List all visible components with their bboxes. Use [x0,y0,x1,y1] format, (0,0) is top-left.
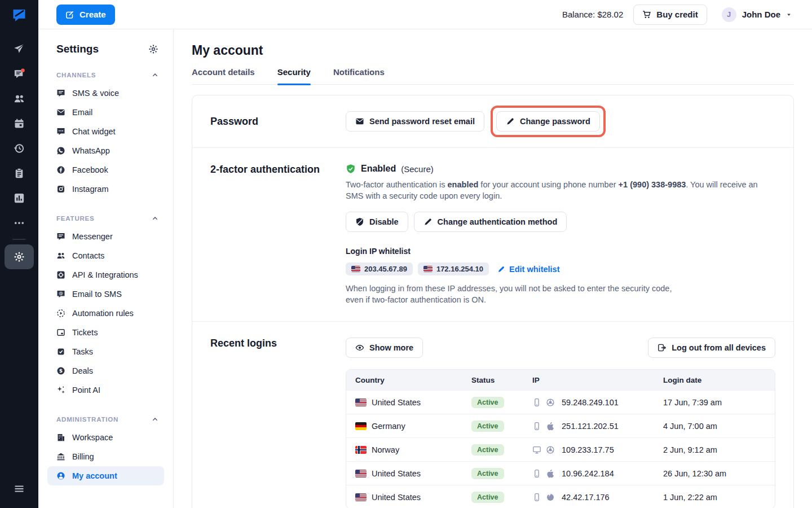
sidebar-item-label: Automation rules [72,309,134,318]
login-date: 1 Jun, 2:22 am [654,493,775,502]
country-cell: United States [346,493,462,502]
mobile-device-icon [532,398,541,407]
sidebar-item-tickets[interactable]: Tickets [38,323,173,342]
sidebar-item-deals[interactable]: Deals [38,361,173,380]
annotation-highlight-box: Change password [491,106,606,137]
sidebar-item-my-account[interactable]: My account [47,466,164,485]
tab-account-details[interactable]: Account details [192,67,255,84]
sidebar-item-messenger[interactable]: Messenger [38,227,173,246]
create-button[interactable]: Create [56,5,115,25]
sidebar-item-whatsapp[interactable]: WhatsApp [38,141,173,160]
tab-security[interactable]: Security [277,67,311,84]
settings-rail-button[interactable] [5,244,34,269]
ip-cell: 59.248.249.101 [523,398,654,407]
sidebar-item-contacts[interactable]: Contacts [38,246,173,265]
status-cell: Active [462,397,523,408]
settings-gear-icon[interactable] [148,44,158,54]
more-rail-button[interactable] [7,211,32,235]
hamburger-icon [14,483,25,494]
section-header-label: FEATURES [56,215,95,222]
contacts-rail-button[interactable] [7,86,32,111]
mobile-device-icon [532,493,541,502]
send-password-reset-button[interactable]: Send password reset email [346,111,484,132]
ellipsis-icon [14,217,25,229]
section-header-administration[interactable]: ADMINISTRATION [38,416,173,423]
twofa-description: Two-factor authentication is enabled for… [346,179,775,202]
conversations-rail-button[interactable] [7,62,32,86]
change-password-button[interactable]: Change password [496,111,600,132]
login-date: 26 Jun, 12:30 am [654,469,775,478]
analytics-rail-button[interactable] [7,186,32,211]
country-name: United States [372,493,421,502]
api-integrations-icon [56,270,65,279]
contacts-icon [56,251,65,260]
chevron-up-icon [152,416,158,423]
calendar-rail-button[interactable] [7,111,32,136]
sidebar-item-point-ai[interactable]: Point AI [38,380,173,400]
login-date: 2 Jun, 9:12 am [654,445,775,454]
sidebar-items-features: MessengerContactsAPI & IntegrationsEmail… [38,227,173,400]
pencil-icon [497,265,505,273]
sidebar-item-email[interactable]: Email [38,103,173,122]
app-logo-icon[interactable] [11,7,27,23]
tasks-icon [56,347,65,356]
email-icon [56,108,65,117]
deals-icon [56,366,65,375]
sidebar-item-label: Email [72,108,92,117]
collapse-menu-button[interactable] [7,476,32,501]
show-more-button[interactable]: Show more [346,338,423,358]
edit-whitelist-link[interactable]: Edit whitelist [497,265,559,274]
sidebar-item-workspace[interactable]: Workspace [38,428,173,447]
sidebar-item-billing[interactable]: Billing [38,447,173,466]
history-rail-button[interactable] [7,136,32,161]
sidebar-item-chat-widget[interactable]: Chat widget [38,122,173,141]
us-flag-icon [355,470,367,478]
gear-icon [14,251,25,262]
ip-address: 109.233.17.75 [562,445,614,454]
sidebar-item-api-integrations[interactable]: API & Integrations [38,265,173,284]
no-flag-icon [355,446,367,454]
section-header-label: CHANNELS [56,72,96,78]
user-menu[interactable]: J John Doe [722,7,792,22]
logout-all-devices-button[interactable]: Log out from all devices [648,338,775,358]
user-name: John Doe [742,10,780,19]
tab-notifications[interactable]: Notifications [333,67,385,84]
login-date: 4 Jun, 7:00 am [654,422,775,431]
app-rail [0,0,38,508]
logout-all-devices-label: Log out from all devices [672,343,766,352]
email-to-sms-icon [56,290,65,299]
ip-whitelist-chip: 172.16.254.10 [418,262,489,275]
country-cell: United States [346,469,462,478]
messenger-icon [56,232,65,241]
column-header-country: Country [346,376,462,384]
tasks-rail-button[interactable] [7,161,32,186]
status-cell: Active [462,492,523,503]
mobile-device-icon [532,422,541,431]
disable-twofa-button[interactable]: Disable [346,212,408,232]
us-flag-icon [351,266,360,272]
us-flag-icon [355,398,367,406]
topbar: Create Balance: $28.02 Buy credit J John… [38,0,812,29]
buy-credit-label: Buy credit [656,10,698,19]
sidebar-item-facebook[interactable]: Facebook [38,160,173,179]
de-flag-icon [355,422,367,430]
country-name: Norway [372,445,399,454]
section-header-channels[interactable]: CHANNELS [38,72,173,78]
facebook-icon [56,165,65,174]
column-header-status: Status [462,376,523,384]
sidebar-item-email-to-sms[interactable]: Email to SMS [38,284,173,304]
sidebar-item-sms-voice[interactable]: SMS & voice [38,84,173,103]
automation-rules-icon [56,309,65,318]
sidebar-item-automation-rules[interactable]: Automation rules [38,304,173,323]
sidebar-item-tasks[interactable]: Tasks [38,342,173,361]
buy-credit-button[interactable]: Buy credit [633,5,707,25]
security-card: Password Send password reset email Chang… [192,95,794,508]
sidebar-item-instagram[interactable]: Instagram [38,179,173,199]
section-header-features[interactable]: FEATURES [38,215,173,222]
desktop-device-icon [532,445,541,454]
campaigns-rail-button[interactable] [7,37,32,62]
country-name: United States [372,469,421,478]
calendar-icon [14,118,25,129]
ip-whitelist-chip: 203.45.67.89 [346,262,413,275]
change-auth-method-button[interactable]: Change authentication method [414,212,567,232]
